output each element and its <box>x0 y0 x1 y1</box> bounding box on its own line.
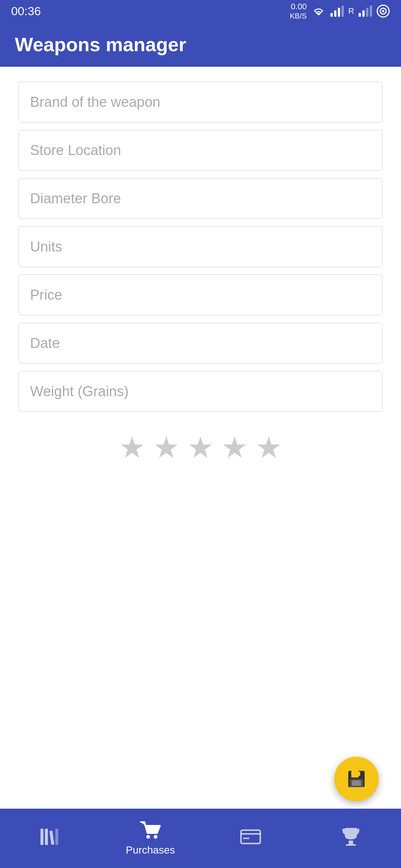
price-input[interactable] <box>19 274 382 315</box>
app-bar: Weapons manager <box>0 22 401 67</box>
star-2[interactable]: ★ <box>153 430 180 465</box>
brand-input[interactable] <box>19 82 382 122</box>
wifi-icon <box>311 6 326 17</box>
svg-rect-22 <box>241 830 260 844</box>
svg-rect-0 <box>330 13 333 17</box>
cart-icon <box>139 821 162 841</box>
svg-rect-3 <box>342 6 344 17</box>
signal2-icon <box>359 6 372 17</box>
nav-label-purchases: Purchases <box>126 844 175 856</box>
svg-point-10 <box>382 10 384 12</box>
svg-rect-17 <box>45 829 48 845</box>
weight-input[interactable] <box>19 371 382 412</box>
svg-rect-4 <box>359 13 361 17</box>
save-icon <box>346 769 367 789</box>
dnd-icon <box>376 4 390 18</box>
app-title: Weapons manager <box>15 33 186 56</box>
save-fab-button[interactable] <box>334 757 379 801</box>
diameter-bore-input[interactable] <box>19 178 382 219</box>
svg-rect-18 <box>49 831 54 845</box>
svg-rect-6 <box>366 8 368 17</box>
store-location-input[interactable] <box>19 130 382 171</box>
svg-point-21 <box>154 835 157 839</box>
library-icon <box>40 827 61 846</box>
svg-rect-2 <box>338 8 340 17</box>
status-bar: 00:36 0.00 KB/S R <box>0 0 401 22</box>
svg-rect-12 <box>351 771 359 777</box>
nav-item-trophy[interactable] <box>301 826 401 850</box>
svg-rect-5 <box>362 10 365 17</box>
status-time: 00:36 <box>11 4 41 18</box>
svg-rect-14 <box>352 780 361 786</box>
date-input[interactable] <box>19 323 382 364</box>
star-rating[interactable]: ★ ★ ★ ★ ★ <box>19 419 382 472</box>
star-5[interactable]: ★ <box>255 430 282 465</box>
svg-point-20 <box>146 835 150 839</box>
nav-item-card[interactable] <box>200 828 301 849</box>
signal-icon <box>330 6 344 17</box>
network-speed: 0.00 KB/S <box>290 2 307 20</box>
main-content: ★ ★ ★ ★ ★ <box>0 67 401 487</box>
svg-rect-1 <box>334 10 336 17</box>
svg-rect-15 <box>359 772 360 776</box>
signal-r-label: R <box>348 6 354 16</box>
svg-rect-16 <box>40 829 43 845</box>
status-icons: 0.00 KB/S R <box>290 2 390 20</box>
nav-item-library[interactable] <box>0 827 100 849</box>
svg-rect-26 <box>346 844 356 846</box>
card-icon <box>239 828 262 846</box>
star-1[interactable]: ★ <box>119 430 146 465</box>
star-4[interactable]: ★ <box>221 430 248 465</box>
svg-rect-19 <box>55 829 58 845</box>
bottom-nav: Purchases <box>0 809 401 868</box>
trophy-icon <box>341 826 361 847</box>
nav-item-purchases[interactable]: Purchases <box>100 821 200 856</box>
units-input[interactable] <box>19 226 382 267</box>
svg-rect-25 <box>349 841 353 844</box>
svg-rect-7 <box>370 6 372 17</box>
star-3[interactable]: ★ <box>187 430 214 465</box>
